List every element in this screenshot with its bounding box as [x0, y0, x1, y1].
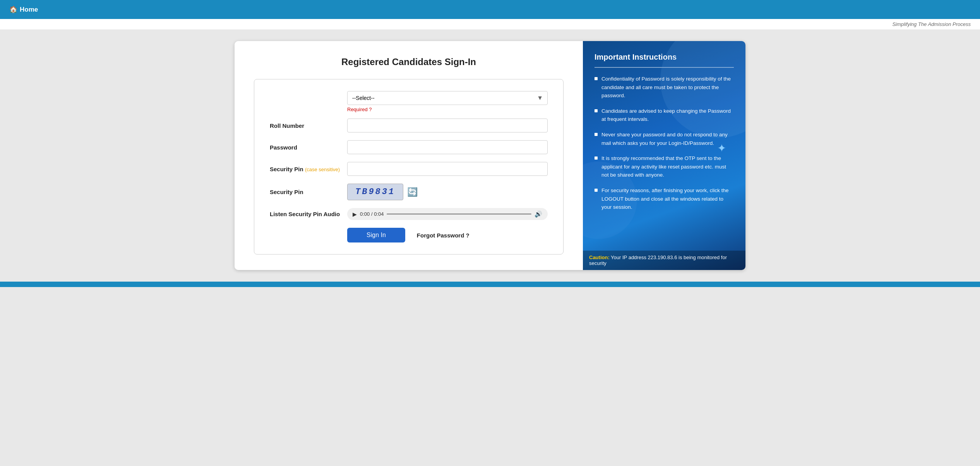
audio-player: ▶ 0:00 / 0:04 🔊 — [347, 208, 548, 220]
bullet-icon — [595, 109, 598, 112]
instruction-list: Confidentiality of Password is solely re… — [595, 75, 734, 212]
instruction-text-3: Never share your password and do not res… — [601, 131, 734, 147]
instruction-text-4: It is strongly recommended that the OTP … — [601, 154, 734, 179]
bullet-icon — [595, 133, 598, 136]
instruction-text-5: For security reasons, after finishing yo… — [601, 186, 734, 212]
home-nav[interactable]: 🏠 Home — [9, 5, 38, 14]
list-item: Candidates are advised to keep changing … — [595, 107, 734, 124]
forgot-password-link[interactable]: Forgot Password ? — [417, 232, 469, 239]
required-text: Required ? — [347, 107, 548, 112]
password-group: Password — [270, 140, 548, 154]
audio-group: Listen Security Pin Audio ▶ 0:00 / 0:04 … — [270, 208, 548, 220]
bullet-icon — [595, 189, 598, 192]
left-panel: Registered Candidates Sign-In --Select--… — [235, 41, 583, 270]
home-icon: 🏠 — [9, 5, 17, 14]
list-item: Confidentiality of Password is solely re… — [595, 75, 734, 100]
security-pin-input-group: Security Pin (case sensitive) — [270, 162, 548, 176]
bottom-bar — [0, 282, 980, 287]
password-input[interactable] — [347, 140, 548, 154]
listen-audio-label: Listen Security Pin Audio — [270, 211, 347, 217]
home-label: Home — [20, 6, 38, 14]
password-label: Password — [270, 144, 347, 151]
exam-select[interactable]: --Select--Option 1Option 2 — [347, 91, 548, 105]
instructions-title: Important Instructions — [595, 53, 734, 62]
bullet-icon — [595, 77, 598, 80]
security-pin-input[interactable] — [347, 162, 548, 176]
captcha-image: TB9831 — [347, 184, 403, 200]
list-item: For security reasons, after finishing yo… — [595, 186, 734, 212]
audio-time: 0:00 / 0:04 — [360, 211, 384, 217]
captcha-label: Security Pin — [270, 189, 347, 195]
form-title: Registered Candidates Sign-In — [254, 57, 564, 67]
roll-number-group: Roll Number — [270, 119, 548, 132]
instruction-text-2: Candidates are advised to keep changing … — [601, 107, 734, 124]
tagline-text: Simplifying The Admission Process — [892, 21, 971, 27]
case-sensitive-note: (case sensitive) — [305, 167, 340, 172]
roll-number-label: Roll Number — [270, 122, 347, 129]
refresh-captcha-button[interactable]: 🔄 — [407, 187, 418, 197]
caution-bar: Caution: Your IP address 223.190.83.6 is… — [583, 251, 745, 270]
captcha-group: Security Pin TB9831 🔄 — [270, 184, 548, 200]
list-item: Never share your password and do not res… — [595, 131, 734, 147]
top-nav-bar: 🏠 Home — [0, 0, 980, 19]
caution-label: Caution: — [589, 254, 610, 260]
sign-in-button[interactable]: Sign In — [347, 228, 405, 242]
list-item: It is strongly recommended that the OTP … — [595, 154, 734, 179]
instruction-text-1: Confidentiality of Password is solely re… — [601, 75, 734, 100]
sparkle-decoration: ✦ — [717, 142, 726, 155]
right-panel: Important Instructions Confidentiality o… — [583, 41, 745, 270]
select-wrapper: --Select--Option 1Option 2 ▼ — [347, 91, 548, 105]
bullet-icon — [595, 156, 598, 160]
tagline-bar: Simplifying The Admission Process — [0, 19, 980, 29]
instructions-divider — [595, 67, 734, 68]
buttons-row: Sign In Forgot Password ? — [347, 228, 548, 242]
security-pin-input-label: Security Pin (case sensitive) — [270, 166, 347, 172]
caution-text: Your IP address 223.190.83.6 is being mo… — [589, 254, 727, 266]
main-content: Registered Candidates Sign-In --Select--… — [219, 29, 761, 282]
play-button[interactable]: ▶ — [353, 211, 357, 217]
roll-number-input[interactable] — [347, 119, 548, 132]
form-inner: --Select--Option 1Option 2 ▼ Required ? … — [254, 79, 564, 254]
main-card: Registered Candidates Sign-In --Select--… — [235, 41, 745, 270]
refresh-icon: 🔄 — [407, 187, 418, 197]
volume-button[interactable]: 🔊 — [535, 210, 542, 218]
audio-progress-bar[interactable] — [387, 213, 531, 215]
